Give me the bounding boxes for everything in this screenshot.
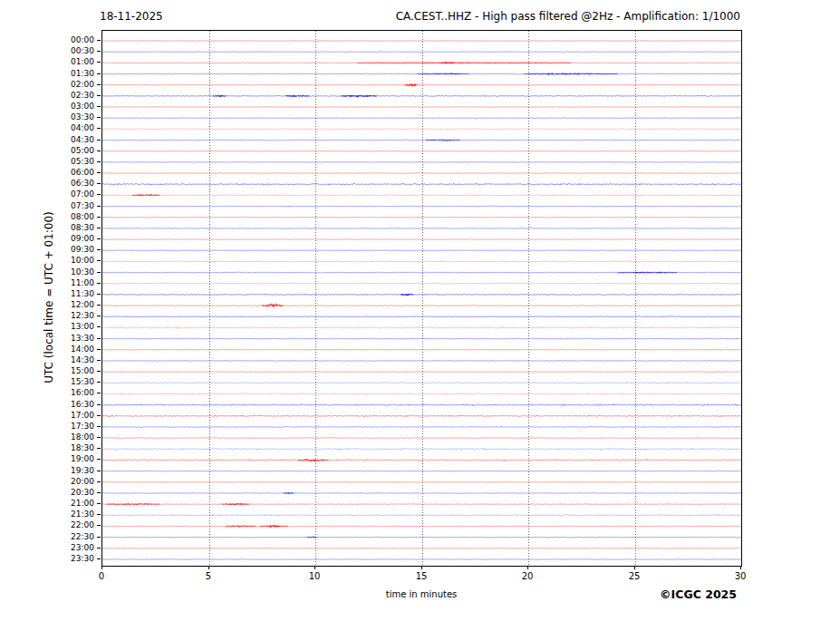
y-tick-label: 01:30 bbox=[62, 69, 94, 78]
y-tick-label: 02:00 bbox=[62, 80, 94, 89]
y-tick bbox=[97, 62, 101, 63]
x-tick-label: 5 bbox=[195, 571, 222, 581]
seismogram-traces-canvas bbox=[102, 31, 741, 566]
y-tick bbox=[97, 503, 101, 504]
x-axis-label: time in minutes bbox=[366, 589, 477, 599]
x-tick-label: 15 bbox=[408, 571, 435, 581]
y-tick bbox=[97, 426, 101, 427]
y-tick-label: 03:30 bbox=[62, 112, 94, 121]
y-tick bbox=[97, 283, 101, 284]
x-tick bbox=[634, 566, 635, 569]
y-tick-label: 12:30 bbox=[62, 311, 94, 320]
x-tick bbox=[208, 566, 209, 569]
y-tick bbox=[97, 558, 101, 559]
y-tick-label: 21:00 bbox=[62, 499, 94, 508]
y-tick-label: 04:00 bbox=[62, 123, 94, 132]
y-tick bbox=[97, 459, 101, 460]
y-tick bbox=[97, 260, 101, 261]
y-tick bbox=[97, 492, 101, 493]
y-tick-label: 16:00 bbox=[62, 388, 94, 397]
y-tick bbox=[97, 326, 101, 327]
y-tick bbox=[97, 73, 101, 74]
y-tick-label: 00:30 bbox=[62, 46, 94, 55]
y-tick bbox=[97, 249, 101, 250]
y-tick bbox=[97, 217, 101, 218]
y-tick-label: 09:30 bbox=[62, 245, 94, 254]
y-tick bbox=[97, 228, 101, 228]
x-tick bbox=[314, 566, 315, 569]
y-tick bbox=[97, 349, 101, 350]
plot-area bbox=[101, 30, 742, 567]
y-tick-label: 22:30 bbox=[62, 532, 94, 541]
y-tick bbox=[97, 84, 101, 85]
y-tick-label: 20:30 bbox=[62, 488, 94, 497]
y-tick-label: 07:00 bbox=[62, 189, 94, 199]
y-tick bbox=[97, 393, 101, 393]
y-tick-label: 14:30 bbox=[62, 355, 94, 364]
y-tick bbox=[97, 471, 101, 471]
y-tick-label: 08:00 bbox=[62, 212, 94, 221]
x-tick-label: 30 bbox=[727, 571, 754, 581]
y-tick-label: 23:30 bbox=[62, 554, 94, 563]
x-tick bbox=[421, 566, 422, 569]
y-tick-label: 16:30 bbox=[62, 400, 94, 409]
y-tick bbox=[97, 161, 101, 162]
y-tick bbox=[97, 40, 101, 41]
y-tick-label: 15:00 bbox=[62, 366, 94, 375]
y-tick-label: 05:00 bbox=[62, 146, 94, 155]
y-tick bbox=[97, 382, 101, 383]
y-tick-label: 10:00 bbox=[62, 256, 94, 265]
y-tick bbox=[97, 437, 101, 438]
y-tick-label: 06:30 bbox=[62, 179, 94, 188]
x-tick-label: 0 bbox=[88, 571, 115, 581]
y-tick-label: 13:30 bbox=[62, 334, 94, 343]
y-tick bbox=[97, 371, 101, 372]
y-tick bbox=[97, 548, 101, 548]
y-tick bbox=[97, 140, 101, 141]
y-tick-label: 19:00 bbox=[62, 454, 94, 463]
y-tick-label: 10:30 bbox=[62, 267, 94, 277]
y-tick bbox=[97, 404, 101, 405]
y-tick bbox=[97, 316, 101, 316]
y-tick-label: 18:30 bbox=[62, 443, 94, 452]
helicorder-figure: 18-11-2025 CA.CEST..HHZ - High pass filt… bbox=[0, 0, 840, 631]
y-tick bbox=[97, 415, 101, 416]
y-tick-label: 11:00 bbox=[62, 278, 94, 287]
y-tick bbox=[97, 272, 101, 273]
y-tick-label: 04:30 bbox=[62, 135, 94, 144]
y-tick bbox=[97, 525, 101, 526]
x-tick bbox=[101, 566, 102, 569]
y-tick-label: 08:30 bbox=[62, 223, 94, 232]
y-tick-label: 19:30 bbox=[62, 466, 94, 475]
y-tick-label: 17:30 bbox=[62, 422, 94, 431]
y-tick bbox=[97, 172, 101, 173]
y-tick-label: 14:00 bbox=[62, 345, 94, 354]
y-tick-label: 02:30 bbox=[62, 91, 94, 100]
y-tick bbox=[97, 106, 101, 107]
y-tick bbox=[97, 338, 101, 339]
x-tick-label: 10 bbox=[301, 571, 328, 581]
y-tick bbox=[97, 360, 101, 361]
y-tick-label: 17:00 bbox=[62, 411, 94, 420]
x-tick bbox=[527, 566, 528, 569]
y-tick bbox=[97, 206, 101, 207]
y-tick bbox=[97, 51, 101, 52]
x-tick bbox=[740, 566, 741, 569]
y-tick-label: 01:00 bbox=[62, 57, 94, 66]
y-tick bbox=[97, 305, 101, 306]
y-tick-label: 11:30 bbox=[62, 289, 94, 298]
y-tick bbox=[97, 183, 101, 184]
y-tick-label: 03:00 bbox=[62, 102, 94, 111]
y-tick-label: 09:00 bbox=[62, 234, 94, 243]
x-tick-label: 25 bbox=[621, 571, 648, 581]
y-tick bbox=[97, 117, 101, 118]
y-tick-label: 20:00 bbox=[62, 477, 94, 486]
y-tick-label: 15:30 bbox=[62, 377, 94, 386]
y-axis-label: UTC (local time = UTC + 01:00) bbox=[43, 211, 55, 383]
y-tick-label: 23:00 bbox=[62, 543, 94, 552]
y-tick bbox=[97, 481, 101, 482]
y-tick bbox=[97, 537, 101, 538]
y-tick-label: 18:00 bbox=[62, 432, 94, 442]
y-tick-label: 05:30 bbox=[62, 157, 94, 166]
y-tick-label: 13:00 bbox=[62, 322, 94, 331]
